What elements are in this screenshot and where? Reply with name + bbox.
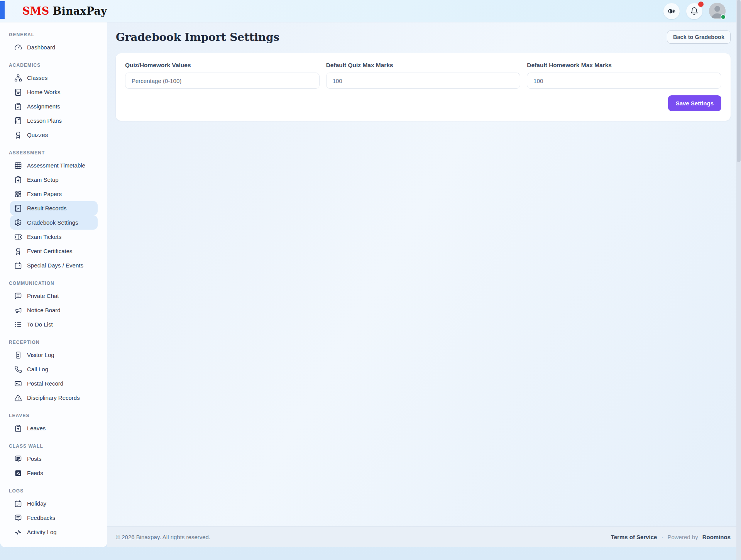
field-quiz-homework-values: Quiz/Homework Values (125, 62, 320, 89)
calendar-days-icon (14, 500, 22, 508)
save-row: Save Settings (125, 95, 721, 111)
post-bubble-icon (14, 455, 22, 463)
calendar-icon (14, 262, 22, 269)
award-icon (14, 131, 22, 139)
page-head: Gradebook Import Settings Back to Gradeb… (116, 30, 731, 44)
field-default-homework-max-marks: Default Homework Max Marks (527, 62, 721, 89)
page-title: Gradebook Import Settings (116, 31, 279, 44)
notebook-bookmark-icon (14, 117, 22, 125)
header-actions (663, 3, 726, 19)
fields-grid: Quiz/Homework Values Default Quiz Max Ma… (125, 62, 721, 89)
powered-by-text: Powered by (667, 534, 698, 540)
sidebar-item-notice-board[interactable]: Notice Board (10, 303, 98, 317)
sidebar-item-posts[interactable]: Posts (10, 452, 98, 466)
main-column: Gradebook Import Settings Back to Gradeb… (107, 22, 741, 547)
default-quiz-max-marks-input[interactable] (326, 73, 521, 89)
sidebar-item-feedbacks[interactable]: Feedbacks (10, 511, 98, 525)
copyright-text: © 2026 Binaxpay. All rights reserved. (116, 534, 210, 540)
sidebar-item-exam-tickets[interactable]: Exam Tickets (10, 230, 98, 244)
back-to-gradebook-button[interactable]: Back to Gradebook (667, 30, 731, 44)
logo-name: BinaxPay (52, 5, 107, 17)
clipboard-heart-icon (14, 425, 22, 432)
sidebar-item-assignments[interactable]: Assignments (10, 99, 98, 113)
medal-icon (14, 247, 22, 255)
sidebar-item-lesson-plans[interactable]: Lesson Plans (10, 113, 98, 128)
sidebar-item-activity-log[interactable]: Activity Log (10, 525, 98, 539)
sidebar-item-classes[interactable]: Classes (10, 71, 98, 85)
megaphone-icon (14, 306, 22, 314)
footer: © 2026 Binaxpay. All rights reserved. Te… (107, 526, 741, 547)
sidebar-item-result-records[interactable]: Result Records (10, 201, 98, 215)
footer-right: Terms of Service · Powered by Roominos (611, 534, 731, 540)
notebook-text-icon (14, 88, 22, 96)
sidebar-item-private-chat[interactable]: Private Chat (10, 289, 98, 303)
app-body: GENERAL Dashboard ACADEMICS Classes Home… (0, 22, 741, 547)
sidebar-item-disciplinary-records[interactable]: Disciplinary Records (10, 391, 98, 405)
sidebar-section-general: GENERAL (9, 32, 107, 37)
clipboard-plus-icon (14, 176, 22, 184)
page-scrollbar[interactable] (736, 0, 741, 560)
quiz-homework-values-select[interactable] (125, 73, 320, 89)
sidebar-item-assessment-timetable[interactable]: Assessment Timetable (10, 158, 98, 173)
sidebar-item-gradebook-settings[interactable]: Gradebook Settings (10, 215, 98, 230)
sidebar-section-leaves: LEAVES (9, 413, 107, 418)
hierarchy-icon (14, 74, 22, 82)
main-content: Gradebook Import Settings Back to Gradeb… (107, 22, 741, 526)
table-icon (14, 162, 22, 169)
field-label: Quiz/Homework Values (125, 62, 320, 69)
vendor-name: Roominos (702, 534, 731, 540)
theme-toggle-button[interactable] (663, 3, 680, 19)
postal-icon (14, 380, 22, 387)
sidebar-section-communication: COMMUNICATION (9, 281, 107, 286)
rss-icon (14, 469, 22, 477)
bell-icon (690, 7, 699, 15)
notifications-button[interactable] (686, 3, 702, 19)
notebook-check-icon (14, 205, 22, 212)
sidebar-item-visitor-log[interactable]: Visitor Log (10, 348, 98, 362)
sidebar-item-exam-papers[interactable]: Exam Papers (10, 187, 98, 201)
app-logo: SMSBinaxPay (22, 5, 107, 17)
gear-icon (14, 219, 22, 227)
sidebar-item-dashboard[interactable]: Dashboard (10, 40, 98, 54)
sidebar-item-exam-setup[interactable]: Exam Setup (10, 173, 98, 187)
gauge-icon (14, 44, 22, 51)
sidebar-item-event-certificates[interactable]: Event Certificates (10, 244, 98, 258)
sidebar-section-class-wall: CLASS WALL (9, 443, 107, 449)
sidebar-item-call-log[interactable]: Call Log (10, 362, 98, 376)
save-settings-button[interactable]: Save Settings (668, 95, 721, 111)
todo-list-icon (14, 321, 22, 328)
sidebar-item-feeds[interactable]: Feeds (10, 466, 98, 480)
app-header: SMSBinaxPay (0, 0, 741, 22)
sidebar-section-reception: RECEPTION (9, 340, 107, 345)
sidebar-section-assessment: ASSESSMENT (9, 150, 107, 156)
footer-separator: · (661, 534, 663, 540)
id-badge-icon (14, 351, 22, 359)
sidebar-item-to-do-list[interactable]: To Do List (10, 317, 98, 332)
page: SMSBinaxPay (0, 0, 741, 560)
field-label: Default Homework Max Marks (527, 62, 721, 69)
scrollbar-thumb[interactable] (737, 0, 741, 162)
activity-icon (14, 528, 22, 536)
terms-of-service-link[interactable]: Terms of Service (611, 534, 657, 540)
logo-prefix: SMS (22, 5, 49, 17)
warning-triangle-icon (14, 394, 22, 402)
sidebar-item-leaves[interactable]: Leaves (10, 421, 98, 435)
feedback-bubble-icon (14, 514, 22, 522)
field-label: Default Quiz Max Marks (326, 62, 521, 69)
online-status-dot (721, 14, 726, 20)
brand-accent-bar (0, 1, 5, 19)
sidebar: GENERAL Dashboard ACADEMICS Classes Home… (0, 22, 107, 547)
sidebar-section-academics: ACADEMICS (9, 63, 107, 68)
sidebar-item-holiday[interactable]: Holiday (10, 496, 98, 511)
sidebar-section-logs: LOGS (9, 488, 107, 494)
sidebar-item-postal-record[interactable]: Postal Record (10, 376, 98, 391)
avatar[interactable] (709, 3, 726, 19)
default-homework-max-marks-input[interactable] (527, 73, 721, 89)
chat-bubble-icon (14, 292, 22, 300)
grid-check-icon (14, 190, 22, 198)
sidebar-item-special-days-events[interactable]: Special Days / Events (10, 258, 98, 272)
notification-unread-dot (698, 2, 704, 7)
sidebar-item-quizzes[interactable]: Quizzes (10, 128, 98, 142)
sidebar-item-home-works[interactable]: Home Works (10, 85, 98, 99)
ticket-icon (14, 233, 22, 241)
